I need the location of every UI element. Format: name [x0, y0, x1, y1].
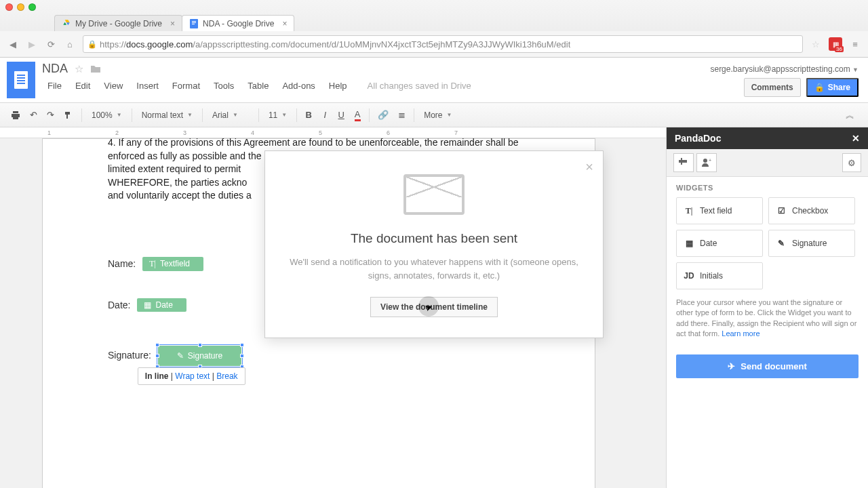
widgets-tab[interactable]	[673, 153, 694, 172]
calendar-icon: ▦	[144, 300, 151, 310]
comments-button[interactable]: Comments	[744, 78, 801, 97]
save-status: All changes saved in Drive	[362, 79, 477, 93]
svg-rect-2	[192, 22, 196, 23]
recipients-tab[interactable]: +	[696, 153, 717, 172]
text-icon: T|	[684, 206, 694, 216]
menu-format[interactable]: Format	[167, 79, 205, 93]
collapse-toolbar-icon[interactable]: ︽	[846, 109, 854, 121]
sent-modal: × The document has been sent We'll send …	[264, 150, 604, 338]
extension-badge: 36	[835, 46, 844, 52]
image-options-toolbar: In line | Wrap text | Break	[138, 367, 245, 385]
link-icon[interactable]: 🔗	[374, 106, 393, 124]
address-bar[interactable]: 🔒 https://docs.google.com/a/appsscriptte…	[83, 35, 803, 53]
widgets-heading: WIDGETS	[667, 177, 868, 197]
widget-checkbox[interactable]: ☑ Checkbox	[768, 197, 855, 224]
signature-label: Signature:	[108, 350, 151, 361]
tab-title: NDA - Google Drive	[203, 19, 274, 28]
share-button[interactable]: 🔒 Share	[806, 78, 859, 97]
close-icon[interactable]: ✕	[852, 133, 860, 144]
pen-icon: ✎	[177, 351, 184, 361]
svg-text:+: +	[709, 158, 711, 163]
extension-icon[interactable]: ▦ 36	[829, 37, 842, 51]
lock-icon: 🔒	[87, 40, 97, 49]
view-timeline-button[interactable]: View the document timeline ➤	[370, 297, 498, 317]
close-icon[interactable]: ×	[282, 19, 287, 28]
signature-widget-selected[interactable]: ✎ Signature In line | Wrap text |	[158, 346, 241, 366]
close-icon[interactable]: ×	[170, 19, 175, 28]
close-icon[interactable]: ×	[585, 159, 593, 175]
widget-textfield[interactable]: T| Text field	[676, 197, 763, 224]
learn-more-link[interactable]: Learn more	[722, 329, 760, 338]
menu-addons[interactable]: Add-ons	[277, 79, 320, 93]
initials-icon: JD	[684, 271, 694, 281]
font-select[interactable]: Arial▼	[207, 108, 254, 122]
style-select[interactable]: Normal text▼	[136, 108, 198, 122]
widget-signature[interactable]: ✎ Signature	[768, 230, 855, 257]
menu-insert[interactable]: Insert	[131, 79, 164, 93]
toolbar: ↶ ↷ 100%▼ Normal text▼ Arial▼ 11▼ B I U …	[0, 103, 868, 127]
size-select[interactable]: 11▼	[263, 108, 292, 122]
document-title[interactable]: NDA	[42, 62, 68, 76]
widget-date[interactable]: ▦ Date	[676, 230, 763, 257]
url-text: https://docs.google.com/a/appsscripttest…	[100, 39, 570, 49]
date-label: Date:	[108, 300, 130, 310]
bookmark-icon[interactable]: ☆	[810, 38, 822, 50]
menu-edit[interactable]: Edit	[70, 79, 96, 93]
menu-icon[interactable]: ≡	[849, 38, 861, 50]
settings-icon[interactable]: ⚙	[842, 153, 861, 172]
name-label: Name:	[108, 258, 136, 269]
send-document-button[interactable]: ✈ Send document	[676, 354, 859, 378]
drive-icon	[62, 19, 71, 28]
browser-tab-doc[interactable]: NDA - Google Drive ×	[182, 15, 294, 31]
modal-description: We'll send a notification to you whateve…	[285, 256, 583, 282]
user-email[interactable]: serge.barysiuk@appsscripttesting.com	[710, 64, 850, 74]
italic-icon[interactable]: I	[317, 106, 332, 124]
menu-table[interactable]: Table	[242, 79, 274, 93]
text-icon: T|	[149, 259, 156, 269]
docs-logo[interactable]	[7, 62, 35, 98]
menu-file[interactable]: File	[42, 79, 67, 93]
text-color-icon[interactable]: A	[350, 106, 365, 124]
widget-initials[interactable]: JD Initials	[676, 262, 763, 289]
undo-icon[interactable]: ↶	[26, 106, 41, 124]
envelope-icon	[403, 174, 465, 215]
zoom-select[interactable]: 100%▼	[86, 108, 127, 122]
menu-tools[interactable]: Tools	[208, 79, 239, 93]
redo-icon[interactable]: ↷	[43, 106, 58, 124]
bold-icon[interactable]: B	[301, 106, 316, 124]
more-button[interactable]: More▼	[418, 108, 457, 122]
menu-help[interactable]: Help	[323, 79, 353, 93]
reload-button[interactable]: ⟳	[45, 38, 57, 50]
svg-point-4	[703, 159, 707, 163]
tab-title: My Drive - Google Drive	[75, 19, 162, 28]
menu-view[interactable]: View	[98, 79, 128, 93]
folder-icon[interactable]	[90, 64, 101, 74]
svg-rect-3	[192, 24, 195, 24]
underline-icon[interactable]: U	[334, 106, 349, 124]
wrap-option[interactable]: Wrap text	[175, 371, 210, 381]
pen-icon: ✎	[776, 239, 787, 248]
lock-icon: 🔒	[814, 83, 825, 92]
sidebar-title: PandaDoc	[675, 133, 721, 144]
window-close[interactable]	[5, 3, 13, 11]
sidebar-help-text: Place your cursor where you want the sig…	[667, 289, 868, 348]
svg-rect-1	[192, 21, 196, 22]
docs-icon	[189, 19, 199, 28]
textfield-widget[interactable]: T| Textfield	[142, 257, 203, 271]
star-icon[interactable]: ☆	[75, 63, 83, 75]
print-icon[interactable]	[7, 106, 24, 124]
home-button[interactable]: ⌂	[64, 38, 76, 50]
forward-button: ▶	[26, 38, 38, 50]
pandadoc-sidebar: PandaDoc ✕ + ⚙ WIDGETS T| Text field ☑ C…	[666, 127, 868, 488]
window-zoom[interactable]	[28, 3, 36, 11]
paint-format-icon[interactable]	[60, 106, 77, 124]
align-icon[interactable]: ≣	[394, 106, 410, 124]
break-option[interactable]: Break	[216, 371, 237, 381]
date-widget[interactable]: ▦ Date	[137, 298, 186, 312]
menubar: File Edit View Insert Format Tools Table…	[42, 79, 710, 93]
inline-option[interactable]: In line	[145, 371, 169, 381]
browser-tab-drive[interactable]: My Drive - Google Drive ×	[54, 15, 182, 31]
window-minimize[interactable]	[17, 3, 24, 11]
back-button[interactable]: ◀	[7, 38, 19, 50]
modal-title: The document has been sent	[285, 231, 583, 246]
